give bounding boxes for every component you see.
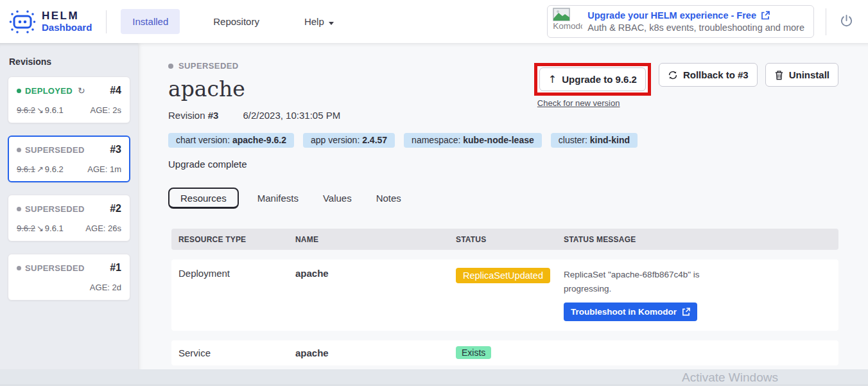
troubleshoot-button[interactable]: Troubleshoot in Komodor	[564, 303, 697, 321]
top-header: HELM Dashboard Installed Repository Help…	[0, 0, 868, 43]
detail-tabs: Resources Manifests Values Notes	[168, 188, 838, 209]
table-row: Deployment apache ReplicaSetUpdated Repl…	[171, 259, 838, 331]
revision-age: AGE: 1m	[87, 164, 121, 174]
broken-image-glyph	[553, 8, 570, 21]
logo-text: HELM Dashboard	[42, 10, 92, 33]
revision-label: Revision #3	[168, 110, 218, 121]
power-button[interactable]	[839, 13, 854, 30]
helm-logo-icon	[9, 10, 36, 34]
main-nav: Installed Repository Help	[121, 9, 345, 34]
release-status: SUPERSEDED	[168, 61, 340, 71]
trend-arrow-icon: ↘	[35, 105, 45, 115]
resource-type: Deployment	[178, 268, 295, 279]
table-row: Service apache Exists	[171, 340, 838, 365]
revision-card-2[interactable]: SUPERSEDED #2 9.6.2↘9.6.1 AGE: 26s	[8, 195, 130, 241]
status-dot	[17, 148, 21, 152]
trend-arrow-icon: ↗	[35, 164, 45, 174]
version-change: 9.6.2↘9.6.1	[17, 224, 64, 233]
banner-subtitle: Auth & RBAC, k8s events, troubleshooting…	[587, 22, 804, 33]
arrow-up-icon: ↑	[548, 73, 557, 85]
status-message: ReplicaSet "apache-68fb867c4b" is progre…	[564, 268, 727, 297]
chevron-down-icon	[329, 22, 334, 25]
tab-values[interactable]: Values	[323, 188, 352, 209]
table-header: RESOURCE TYPE NAME STATUS STATUS MESSAGE	[171, 229, 838, 250]
status-badge: Exists	[456, 346, 491, 359]
windows-watermark-strip: Activate Windows	[0, 369, 868, 386]
rollback-button[interactable]: Rollback to #3	[659, 63, 758, 87]
banner-title: Upgrade your HELM experience - Free	[587, 10, 756, 21]
reload-icon: ↻	[78, 85, 85, 96]
tab-installed[interactable]: Installed	[121, 9, 180, 34]
resource-name: apache	[295, 347, 456, 358]
revision-date: 6/2/2023, 10:31:05 PM	[243, 110, 340, 121]
annotation-highlight: ↑ Upgrade to 9.6.2	[534, 63, 651, 96]
revision-status: SUPERSEDED	[25, 204, 85, 214]
page: HELM Dashboard Installed Repository Help…	[0, 0, 868, 386]
komodor-banner[interactable]: Komodor Upgrade your HELM experience - F…	[547, 5, 814, 38]
logo-title: HELM	[42, 10, 92, 22]
resources-table: RESOURCE TYPE NAME STATUS STATUS MESSAGE…	[171, 229, 838, 365]
status-dot	[17, 266, 21, 270]
chip-chart-version: chart version: apache-9.6.2	[168, 133, 294, 148]
revision-number: #4	[110, 85, 121, 96]
col-status: STATUS	[456, 235, 564, 244]
resource-type: Service	[178, 347, 295, 358]
revision-age: AGE: 26s	[85, 224, 121, 233]
help-label: Help	[304, 16, 324, 27]
external-link-icon	[761, 11, 770, 20]
revision-age: AGE: 2s	[91, 105, 121, 115]
release-header: SUPERSEDED apache Revision #3 6/2/2023, …	[168, 61, 340, 121]
status-dot	[17, 89, 21, 93]
tab-notes[interactable]: Notes	[376, 188, 401, 209]
status-dot	[17, 207, 21, 211]
upgrade-button[interactable]: ↑ Upgrade to 9.6.2	[539, 67, 646, 91]
trend-arrow-icon: ↘	[35, 224, 45, 233]
release-metadata: chart version: apache-9.6.2 app version:…	[168, 133, 838, 148]
version-change: 9.6.1↗9.6.2	[17, 164, 64, 174]
logo-subtitle: Dashboard	[42, 22, 92, 33]
revisions-sidebar: Revisions DEPLOYED↻ #4 9.6.2↘9.6.1 AGE: …	[0, 43, 138, 369]
revision-card-4[interactable]: DEPLOYED↻ #4 9.6.2↘9.6.1 AGE: 2s	[8, 76, 130, 123]
uninstall-button[interactable]: Uninstall	[765, 63, 838, 87]
release-status-text: Upgrade complete	[168, 159, 838, 170]
revision-card-3[interactable]: SUPERSEDED #3 9.6.1↗9.6.2 AGE: 1m	[8, 136, 130, 182]
revision-number: #3	[110, 144, 121, 155]
banner-alt-text: Komodor	[553, 21, 582, 31]
col-name: NAME	[295, 235, 456, 244]
status-dot	[168, 64, 173, 69]
header-divider	[106, 10, 107, 33]
chip-cluster: cluster: kind-kind	[551, 133, 638, 148]
revision-number: #1	[110, 262, 121, 274]
tab-repository[interactable]: Repository	[202, 9, 271, 34]
version-change: 9.6.2↘9.6.1	[17, 105, 64, 115]
resource-name: apache	[295, 268, 456, 279]
col-status-message: STATUS MESSAGE	[564, 235, 838, 244]
sidebar-title: Revisions	[9, 57, 129, 67]
revision-status: SUPERSEDED	[25, 263, 85, 273]
external-link-icon	[682, 308, 690, 316]
page-title: apache	[168, 76, 340, 101]
chip-app-version: app version: 2.4.57	[303, 133, 395, 148]
broken-image-icon: Komodor	[553, 8, 582, 35]
revision-status: SUPERSEDED	[25, 145, 85, 155]
status-badge: ReplicaSetUpdated	[456, 268, 550, 283]
windows-watermark: Activate Windows	[682, 371, 778, 385]
chip-namespace: namespace: kube-node-lease	[404, 133, 542, 148]
col-resource-type: RESOURCE TYPE	[178, 235, 295, 244]
revision-number: #2	[110, 203, 121, 215]
check-new-version-link[interactable]: Check for new version	[537, 98, 620, 108]
rollback-icon	[668, 70, 678, 80]
revision-card-1[interactable]: SUPERSEDED #1 AGE: 2d	[8, 254, 130, 301]
app-logo[interactable]: HELM Dashboard	[9, 10, 92, 34]
revision-status: DEPLOYED	[25, 86, 73, 96]
tab-resources[interactable]: Resources	[168, 188, 239, 209]
trash-icon	[774, 70, 784, 80]
release-status-label: SUPERSEDED	[178, 61, 239, 71]
main-content: SUPERSEDED apache Revision #3 6/2/2023, …	[138, 43, 868, 369]
header-divider-right	[826, 8, 826, 35]
power-icon	[839, 13, 854, 28]
banner-text: Upgrade your HELM experience - Free Auth…	[587, 10, 804, 33]
tab-manifests[interactable]: Manifests	[257, 188, 299, 209]
menu-help[interactable]: Help	[293, 9, 345, 34]
revision-age: AGE: 2d	[90, 283, 121, 292]
